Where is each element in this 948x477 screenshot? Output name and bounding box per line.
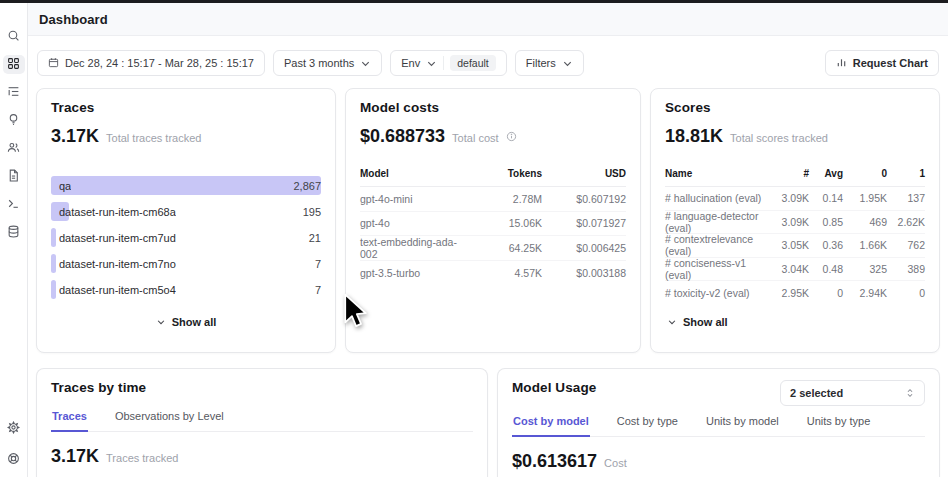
scores-title: Scores (665, 100, 925, 115)
scores-metric-value: 18.81K (665, 126, 723, 147)
lightbulb-icon (7, 112, 20, 130)
model-costs-metric: $0.688733 Total cost (360, 126, 626, 147)
model-usage-title: Model Usage (512, 380, 596, 395)
score-zero: 2.94K (843, 287, 887, 299)
bar-chart-icon (836, 57, 847, 70)
sidebar-item-support[interactable] (3, 450, 25, 469)
chevron-down-icon (360, 58, 371, 69)
trace-count: 195 (303, 206, 321, 218)
scores-metric-caption: Total scores tracked (730, 132, 828, 144)
sidebar-item-tracing[interactable] (3, 83, 25, 102)
model-usage-metric-caption: Cost (604, 457, 627, 469)
sidebar-item-evals[interactable] (3, 111, 25, 130)
traces-by-time-metric-value: 3.17K (51, 446, 99, 467)
page-title: Dashboard (39, 12, 108, 27)
trace-list-item[interactable]: qa 2,867 (51, 176, 321, 195)
model-usage-select[interactable]: 2 selected (780, 380, 925, 406)
terminal-icon (7, 196, 20, 214)
sidebar-item-prompts[interactable] (3, 167, 25, 186)
col-count: # (773, 168, 809, 179)
cards-row-top: Traces 3.17K Total traces tracked qa 2,8… (28, 88, 948, 353)
traces-show-all-button[interactable]: Show all (51, 316, 321, 328)
tab-units-by-type[interactable]: Units by type (806, 412, 872, 437)
chevron-down-icon (562, 58, 573, 69)
sidebar-item-settings[interactable] (3, 419, 25, 438)
sidebar-bottom (0, 419, 27, 469)
score-avg: 0 (809, 287, 843, 299)
users-icon (7, 140, 20, 158)
trace-label: dataset-run-item-cm7no (51, 258, 176, 270)
sidebar-item-users[interactable] (3, 139, 25, 158)
model-costs-table-header: Model Tokens USD (360, 168, 626, 187)
main-area: Dashboard Dec 28, 24 : 15:17 - Mar 28, 2… (28, 3, 948, 477)
table-row: gpt-4o-mini 2.78M $0.607192 (360, 187, 626, 212)
model-usage-tabs: Cost by model Cost by type Units by mode… (512, 412, 925, 437)
model-tokens: 15.06K (470, 217, 542, 229)
model-tokens: 2.78M (470, 193, 542, 205)
scores-metric: 18.81K Total scores tracked (665, 126, 925, 147)
trace-list-item[interactable]: dataset-run-item-cm7no 7 (51, 254, 321, 273)
document-icon (7, 168, 20, 186)
cards-row-bottom: Traces by time Traces Observations by Le… (28, 368, 948, 477)
traces-by-time-metric-caption: Traces tracked (106, 452, 178, 464)
col-usd: USD (542, 168, 626, 179)
tab-traces[interactable]: Traces (51, 407, 88, 432)
col-avg: Avg (809, 168, 843, 179)
model-tokens: 64.25K (470, 242, 542, 254)
score-count: 3.05K (773, 239, 809, 251)
score-one: 762 (887, 239, 925, 251)
search-icon (7, 28, 20, 46)
env-label: Env (401, 57, 420, 69)
trace-count: 7 (315, 284, 321, 296)
trace-list-item[interactable]: dataset-run-item-cm68a 195 (51, 202, 321, 221)
sidebar-item-search[interactable] (3, 27, 25, 46)
tab-cost-by-type[interactable]: Cost by type (616, 412, 679, 437)
env-default-badge: default (450, 55, 496, 71)
col-one: 1 (887, 168, 925, 179)
score-count: 3.09K (773, 192, 809, 204)
score-count: 2.95K (773, 287, 809, 299)
sidebar-item-playground[interactable] (3, 195, 25, 214)
table-row: # conciseness-v1 (eval) 3.04K 0.48 325 3… (665, 258, 925, 282)
trace-count: 21 (309, 232, 321, 244)
date-range-picker[interactable]: Dec 28, 24 : 15:17 - Mar 28, 25 : 15:17 (37, 50, 265, 76)
model-usd: $0.003188 (542, 267, 626, 279)
page-header: Dashboard (28, 3, 948, 36)
traces-card-title: Traces (51, 100, 321, 115)
model-usage-select-value: 2 selected (790, 387, 843, 399)
tab-cost-by-model[interactable]: Cost by model (512, 412, 590, 437)
life-buoy-icon (7, 451, 20, 469)
model-costs-card: Model costs $0.688733 Total cost Model T… (345, 88, 641, 353)
trace-list-item[interactable]: dataset-run-item-cm7ud 21 (51, 228, 321, 247)
date-preset-dropdown[interactable]: Past 3 months (273, 50, 382, 76)
trace-label: dataset-run-item-cm5o4 (51, 284, 176, 296)
tab-units-by-model[interactable]: Units by model (705, 412, 780, 437)
info-icon[interactable] (506, 131, 517, 142)
model-usd: $0.006425 (542, 242, 626, 254)
score-avg: 0.36 (809, 239, 843, 251)
trace-list-item[interactable]: dataset-run-item-cm5o4 7 (51, 280, 321, 299)
score-one: 2.62K (887, 216, 925, 228)
filters-dropdown[interactable]: Filters (515, 50, 584, 76)
request-chart-label: Request Chart (853, 57, 928, 69)
model-usage-header: Model Usage 2 selected (512, 380, 925, 406)
traces-by-time-metric: 3.17K Traces tracked (51, 446, 473, 467)
score-name: # hallucination (eval) (665, 192, 773, 204)
sidebar-item-dashboard[interactable] (3, 55, 25, 74)
model-usd: $0.071927 (542, 217, 626, 229)
score-name: # language-detector (eval) (665, 210, 773, 234)
trace-count: 7 (315, 258, 321, 270)
score-name: # conciseness-v1 (eval) (665, 257, 773, 281)
sidebar (0, 3, 28, 477)
tab-observations-by-level[interactable]: Observations by Level (114, 407, 225, 432)
sidebar-item-datasets[interactable] (3, 223, 25, 242)
env-dropdown[interactable]: Env default (390, 50, 507, 76)
traces-by-time-card: Traces by time Traces Observations by Le… (36, 368, 488, 477)
score-avg: 0.48 (809, 263, 843, 275)
table-row: text-embedding-ada-002 64.25K $0.006425 (360, 236, 626, 261)
trace-bar (51, 176, 321, 195)
score-zero: 469 (843, 216, 887, 228)
request-chart-button[interactable]: Request Chart (825, 50, 939, 76)
traces-metric-value: 3.17K (51, 126, 99, 147)
scores-show-all-button[interactable]: Show all (665, 316, 925, 328)
